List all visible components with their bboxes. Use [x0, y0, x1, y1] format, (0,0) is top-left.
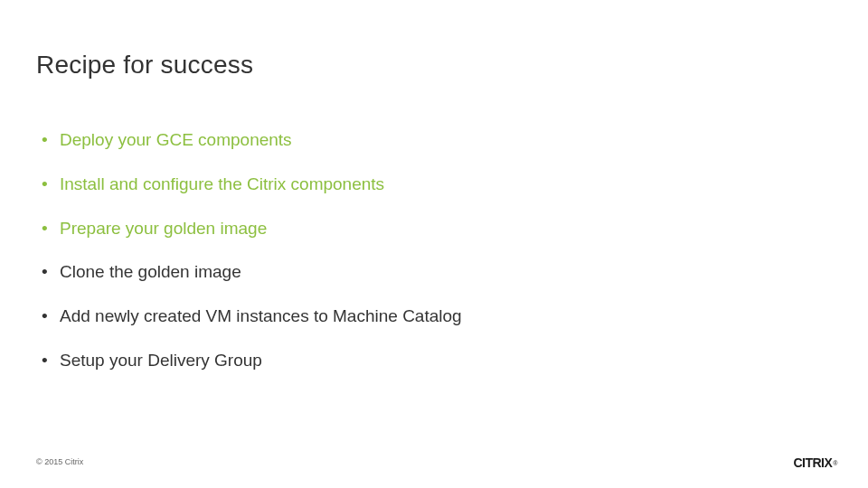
slide: Recipe for success Deploy your GCE compo…: [0, 0, 868, 488]
bullet-item: Add newly created VM instances to Machin…: [42, 306, 832, 327]
bullet-item: Install and configure the Citrix compone…: [42, 174, 832, 195]
slide-title: Recipe for success: [36, 51, 832, 80]
bullet-item: Prepare your golden image: [42, 219, 832, 239]
bullet-item: Setup your Delivery Group: [42, 351, 832, 371]
citrix-logo: CITRIX®: [793, 455, 837, 470]
bullet-list: Deploy your GCE components Install and c…: [36, 130, 832, 371]
logo-text: TR: [805, 455, 821, 470]
logo-registered: ®: [833, 460, 837, 466]
bullet-item: Deploy your GCE components: [42, 130, 832, 151]
copyright-footer: © 2015 Citrix: [36, 457, 83, 466]
bullet-item: Clone the golden image: [42, 262, 832, 283]
logo-text: X: [824, 455, 832, 470]
logo-text: C: [793, 455, 802, 470]
